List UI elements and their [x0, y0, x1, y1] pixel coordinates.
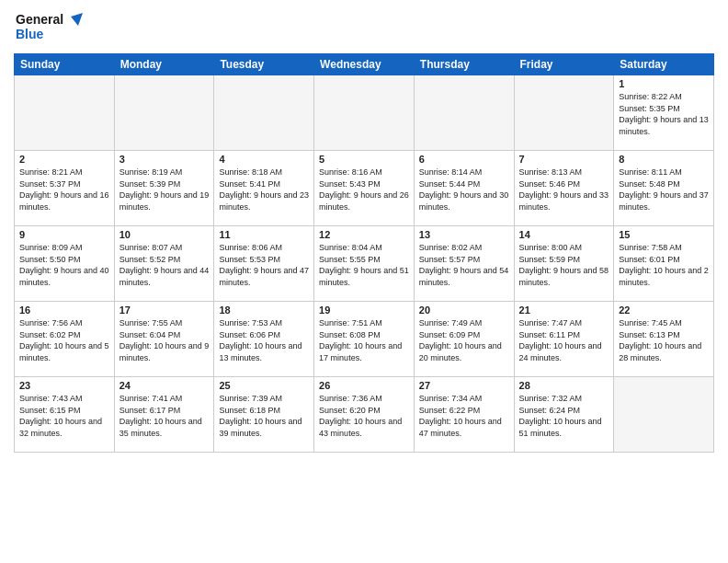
calendar-cell: 12Sunrise: 8:04 AM Sunset: 5:55 PM Dayli… [314, 226, 415, 302]
day-info: Sunrise: 8:14 AM Sunset: 5:44 PM Dayligh… [419, 167, 509, 213]
day-number: 4 [219, 154, 309, 165]
day-number: 7 [519, 154, 609, 165]
week-row-2: 9Sunrise: 8:09 AM Sunset: 5:50 PM Daylig… [15, 226, 714, 302]
day-number: 11 [219, 229, 309, 240]
day-info: Sunrise: 8:07 AM Sunset: 5:52 PM Dayligh… [119, 242, 210, 288]
calendar-cell: 13Sunrise: 8:02 AM Sunset: 5:57 PM Dayli… [414, 226, 514, 302]
day-info: Sunrise: 8:22 AM Sunset: 5:35 PM Dayligh… [619, 91, 709, 137]
calendar-cell: 7Sunrise: 8:13 AM Sunset: 5:46 PM Daylig… [514, 151, 614, 226]
day-info: Sunrise: 7:47 AM Sunset: 6:11 PM Dayligh… [519, 317, 609, 363]
day-number: 28 [519, 380, 609, 391]
day-info: Sunrise: 7:51 AM Sunset: 6:08 PM Dayligh… [319, 317, 409, 363]
day-number: 19 [319, 304, 409, 316]
calendar-cell: 18Sunrise: 7:53 AM Sunset: 6:06 PM Dayli… [214, 302, 314, 377]
day-info: Sunrise: 8:09 AM Sunset: 5:50 PM Dayligh… [19, 242, 109, 288]
calendar-cell: 9Sunrise: 8:09 AM Sunset: 5:50 PM Daylig… [15, 226, 115, 302]
day-info: Sunrise: 8:19 AM Sunset: 5:39 PM Dayligh… [119, 167, 210, 213]
day-number: 16 [19, 304, 109, 316]
day-number: 20 [419, 304, 509, 316]
calendar: SundayMondayTuesdayWednesdayThursdayFrid… [14, 53, 714, 453]
day-number: 8 [619, 154, 709, 165]
day-info: Sunrise: 7:55 AM Sunset: 6:04 PM Dayligh… [119, 317, 210, 363]
calendar-cell: 28Sunrise: 7:32 AM Sunset: 6:24 PM Dayli… [514, 377, 614, 453]
day-info: Sunrise: 7:53 AM Sunset: 6:06 PM Dayligh… [219, 317, 309, 363]
day-number: 3 [119, 154, 210, 165]
calendar-cell [614, 377, 714, 453]
calendar-cell: 6Sunrise: 8:14 AM Sunset: 5:44 PM Daylig… [414, 151, 514, 226]
header: GeneralBlue [14, 9, 714, 46]
svg-marker-0 [71, 13, 83, 26]
day-info: Sunrise: 8:13 AM Sunset: 5:46 PM Dayligh… [519, 167, 609, 213]
calendar-cell: 22Sunrise: 7:45 AM Sunset: 6:13 PM Dayli… [614, 302, 714, 377]
day-info: Sunrise: 7:36 AM Sunset: 6:20 PM Dayligh… [319, 393, 409, 439]
day-info: Sunrise: 7:39 AM Sunset: 6:18 PM Dayligh… [219, 393, 309, 439]
calendar-cell: 11Sunrise: 8:06 AM Sunset: 5:53 PM Dayli… [214, 226, 314, 302]
day-number: 10 [119, 229, 210, 240]
day-info: Sunrise: 7:34 AM Sunset: 6:22 PM Dayligh… [419, 393, 509, 439]
week-row-0: 1Sunrise: 8:22 AM Sunset: 5:35 PM Daylig… [15, 75, 714, 151]
day-info: Sunrise: 8:00 AM Sunset: 5:59 PM Dayligh… [519, 242, 609, 288]
week-row-1: 2Sunrise: 8:21 AM Sunset: 5:37 PM Daylig… [15, 151, 714, 226]
calendar-cell [414, 75, 514, 151]
weekday-header-row: SundayMondayTuesdayWednesdayThursdayFrid… [15, 54, 714, 75]
day-number: 13 [419, 229, 509, 240]
calendar-cell: 3Sunrise: 8:19 AM Sunset: 5:39 PM Daylig… [114, 151, 214, 226]
day-info: Sunrise: 8:11 AM Sunset: 5:48 PM Dayligh… [619, 167, 709, 213]
day-number: 6 [419, 154, 509, 165]
calendar-cell: 16Sunrise: 7:56 AM Sunset: 6:02 PM Dayli… [15, 302, 115, 377]
day-number: 1 [619, 78, 709, 89]
day-number: 22 [619, 304, 709, 316]
calendar-cell: 8Sunrise: 8:11 AM Sunset: 5:48 PM Daylig… [614, 151, 714, 226]
calendar-cell: 21Sunrise: 7:47 AM Sunset: 6:11 PM Dayli… [514, 302, 614, 377]
day-number: 17 [119, 304, 210, 316]
logo-svg: GeneralBlue [14, 9, 87, 46]
day-number: 21 [519, 304, 609, 316]
week-row-4: 23Sunrise: 7:43 AM Sunset: 6:15 PM Dayli… [15, 377, 714, 453]
calendar-cell: 26Sunrise: 7:36 AM Sunset: 6:20 PM Dayli… [314, 377, 415, 453]
calendar-cell: 23Sunrise: 7:43 AM Sunset: 6:15 PM Dayli… [15, 377, 115, 453]
calendar-cell [314, 75, 415, 151]
day-info: Sunrise: 8:04 AM Sunset: 5:55 PM Dayligh… [319, 242, 409, 288]
weekday-wednesday: Wednesday [314, 54, 415, 75]
day-info: Sunrise: 8:02 AM Sunset: 5:57 PM Dayligh… [419, 242, 509, 288]
calendar-cell [15, 75, 115, 151]
day-info: Sunrise: 7:43 AM Sunset: 6:15 PM Dayligh… [19, 393, 109, 439]
day-info: Sunrise: 7:45 AM Sunset: 6:13 PM Dayligh… [619, 317, 709, 363]
day-number: 9 [19, 229, 109, 240]
day-number: 26 [319, 380, 409, 391]
weekday-monday: Monday [114, 54, 214, 75]
calendar-cell: 15Sunrise: 7:58 AM Sunset: 6:01 PM Dayli… [614, 226, 714, 302]
weekday-tuesday: Tuesday [214, 54, 314, 75]
calendar-cell: 14Sunrise: 8:00 AM Sunset: 5:59 PM Dayli… [514, 226, 614, 302]
day-info: Sunrise: 8:21 AM Sunset: 5:37 PM Dayligh… [19, 167, 109, 213]
calendar-cell [214, 75, 314, 151]
day-info: Sunrise: 7:58 AM Sunset: 6:01 PM Dayligh… [619, 242, 709, 288]
weekday-friday: Friday [514, 54, 614, 75]
calendar-cell: 2Sunrise: 8:21 AM Sunset: 5:37 PM Daylig… [15, 151, 115, 226]
weekday-sunday: Sunday [15, 54, 115, 75]
day-info: Sunrise: 7:32 AM Sunset: 6:24 PM Dayligh… [519, 393, 609, 439]
calendar-cell: 24Sunrise: 7:41 AM Sunset: 6:17 PM Dayli… [114, 377, 214, 453]
calendar-cell: 5Sunrise: 8:16 AM Sunset: 5:43 PM Daylig… [314, 151, 415, 226]
day-info: Sunrise: 8:18 AM Sunset: 5:41 PM Dayligh… [219, 167, 309, 213]
calendar-cell: 4Sunrise: 8:18 AM Sunset: 5:41 PM Daylig… [214, 151, 314, 226]
day-number: 25 [219, 380, 309, 391]
week-row-3: 16Sunrise: 7:56 AM Sunset: 6:02 PM Dayli… [15, 302, 714, 377]
day-number: 27 [419, 380, 509, 391]
calendar-cell: 25Sunrise: 7:39 AM Sunset: 6:18 PM Dayli… [214, 377, 314, 453]
page: GeneralBlue SundayMondayTuesdayWednesday… [0, 0, 728, 563]
calendar-cell: 27Sunrise: 7:34 AM Sunset: 6:22 PM Dayli… [414, 377, 514, 453]
weekday-thursday: Thursday [414, 54, 514, 75]
day-number: 23 [19, 380, 109, 391]
day-number: 15 [619, 229, 709, 240]
day-info: Sunrise: 7:49 AM Sunset: 6:09 PM Dayligh… [419, 317, 509, 363]
calendar-cell: 17Sunrise: 7:55 AM Sunset: 6:04 PM Dayli… [114, 302, 214, 377]
svg-text:General: General [16, 12, 63, 27]
calendar-cell: 10Sunrise: 8:07 AM Sunset: 5:52 PM Dayli… [114, 226, 214, 302]
day-number: 12 [319, 229, 409, 240]
calendar-cell [114, 75, 214, 151]
day-info: Sunrise: 8:16 AM Sunset: 5:43 PM Dayligh… [319, 167, 409, 213]
svg-text:Blue: Blue [16, 27, 44, 41]
day-number: 5 [319, 154, 409, 165]
day-number: 18 [219, 304, 309, 316]
